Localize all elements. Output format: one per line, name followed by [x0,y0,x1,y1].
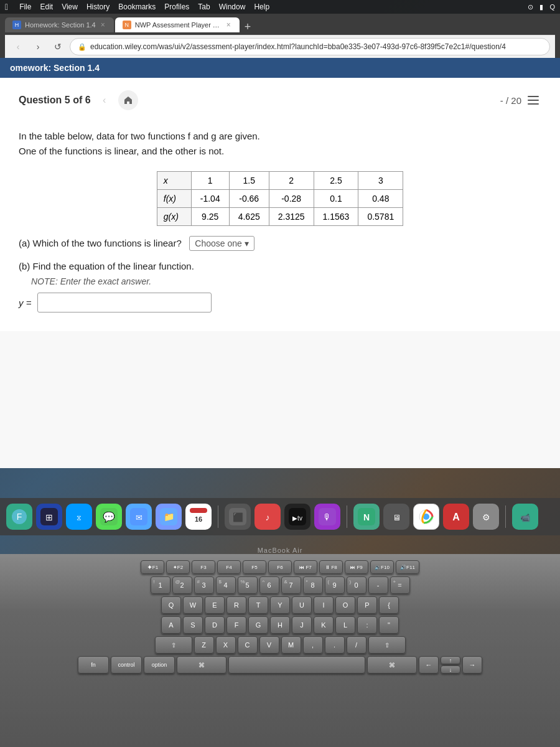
dock-finder[interactable]: F [6,504,32,530]
menu-help[interactable]: Help [254,2,269,11]
dock-appletv[interactable]: ▶tv [284,504,310,530]
key-3[interactable]: #3 [194,576,214,594]
dock-music[interactable]: ♪ [254,504,281,530]
key-f11[interactable]: 🔊F11 [396,560,419,574]
dock-messages[interactable]: 💬 [96,504,122,530]
key-2[interactable]: @2 [172,576,192,594]
key-0[interactable]: )0 [347,576,366,594]
key-shift-right[interactable]: ⇧ [368,636,406,654]
choose-dropdown[interactable]: Choose one ▾ [189,236,254,251]
key-g[interactable]: G [248,616,268,634]
dock-podcast[interactable]: 🎙 [314,504,340,530]
key-x[interactable]: X [216,636,236,654]
key-m[interactable]: M [281,636,301,654]
reload-button[interactable]: ↺ [50,39,66,55]
key-9[interactable]: (9 [325,576,345,594]
key-shift-left[interactable]: ⇧ [155,636,192,654]
tab-close-nwp[interactable]: × [225,21,232,29]
key-f3[interactable]: F3 [192,560,215,574]
key-8[interactable]: *8 [303,576,323,594]
key-quote[interactable]: " [379,616,399,634]
key-5[interactable]: %5 [238,576,258,594]
dock-facetime[interactable]: 📹 [512,504,538,530]
dock-launchpad[interactable]: ⊞ [36,504,62,530]
key-p[interactable]: P [357,596,377,614]
menu-history[interactable]: History [86,2,110,11]
key-space[interactable] [228,656,365,674]
key-semicolon[interactable]: : [357,616,377,634]
key-k[interactable]: K [314,616,334,634]
tab-nwp[interactable]: N NWP Assessment Player UI Ap × [115,17,240,32]
key-1[interactable]: !1 [151,576,170,594]
dock-calendar[interactable]: 16 [185,504,212,530]
key-cmd-left[interactable]: ⌘ [177,656,226,674]
key-slash[interactable]: / [347,636,366,654]
key-w[interactable]: W [183,596,203,614]
forward-button[interactable]: › [30,39,46,55]
key-f9[interactable]: ⏭ F9 [345,560,368,574]
key-f7[interactable]: ⏮ F7 [294,560,317,574]
key-arrow-right[interactable]: → [462,656,482,674]
key-f2[interactable]: ✦F2 [166,560,190,574]
key-r[interactable]: R [226,596,246,614]
key-a[interactable]: A [161,616,181,634]
key-j[interactable]: J [292,616,312,634]
key-v[interactable]: V [259,636,279,654]
key-arrow-down[interactable]: ↓ [441,665,460,674]
key-z[interactable]: Z [194,636,214,654]
key-fn[interactable]: ✦F1 [141,560,164,574]
menu-bookmarks[interactable]: Bookmarks [118,2,156,11]
apple-menu[interactable]:  [5,2,8,12]
dock-settings[interactable]: ⚙ [473,504,499,530]
equation-input[interactable] [37,293,212,312]
key-u[interactable]: U [292,596,312,614]
tab-homework[interactable]: H Homework: Section 1.4 × [5,17,114,32]
key-fn-bottom[interactable]: fn [78,656,109,674]
dock-files[interactable]: 📁 [156,504,182,530]
menu-window[interactable]: Window [219,2,246,11]
new-tab-button[interactable]: + [241,21,255,32]
key-cmd-right[interactable]: ⌘ [367,656,417,674]
menu-view[interactable]: View [62,2,78,11]
key-h[interactable]: H [270,616,290,634]
dock-chrome[interactable] [413,504,439,530]
back-button[interactable]: ‹ [10,39,26,55]
home-button[interactable] [118,90,138,110]
key-s[interactable]: S [183,616,203,634]
key-plus[interactable]: += [390,576,410,594]
key-comma[interactable]: , [303,636,323,654]
key-y[interactable]: Y [270,596,290,614]
prev-question-button[interactable]: ‹ [97,93,112,108]
dock-grid[interactable]: ⬛ [225,504,251,530]
key-ctrl[interactable]: control [111,656,142,674]
menu-file[interactable]: File [19,2,31,11]
key-6[interactable]: ^6 [259,576,279,594]
key-bracket-open[interactable]: { [379,596,399,614]
key-o[interactable]: O [335,596,355,614]
key-4[interactable]: $4 [216,576,236,594]
key-f8[interactable]: ⏸ F8 [319,560,343,574]
key-i[interactable]: I [314,596,334,614]
menu-profiles[interactable]: Profiles [164,2,189,11]
dock-safari[interactable]: ⧖ [66,504,92,530]
key-q[interactable]: Q [161,596,181,614]
key-arrow-left[interactable]: ← [419,656,439,674]
menu-edit[interactable]: Edit [40,2,53,11]
key-option[interactable]: option [144,656,175,674]
key-period[interactable]: . [325,636,345,654]
key-f4[interactable]: F4 [217,560,241,574]
key-t[interactable]: T [248,596,268,614]
dock-monitor[interactable]: 🖥 [383,504,409,530]
dock-nord[interactable]: N [353,504,380,530]
dock-A[interactable]: A [443,504,469,530]
key-e[interactable]: E [205,596,225,614]
key-f[interactable]: F [226,616,246,634]
key-f10[interactable]: 🔉F10 [370,560,394,574]
key-d[interactable]: D [205,616,225,634]
key-minus[interactable]: - [368,576,388,594]
key-7[interactable]: &7 [281,576,301,594]
key-f6[interactable]: F6 [268,560,292,574]
key-f5[interactable]: F5 [243,560,266,574]
key-l[interactable]: L [335,616,355,634]
menu-tab[interactable]: Tab [198,2,210,11]
